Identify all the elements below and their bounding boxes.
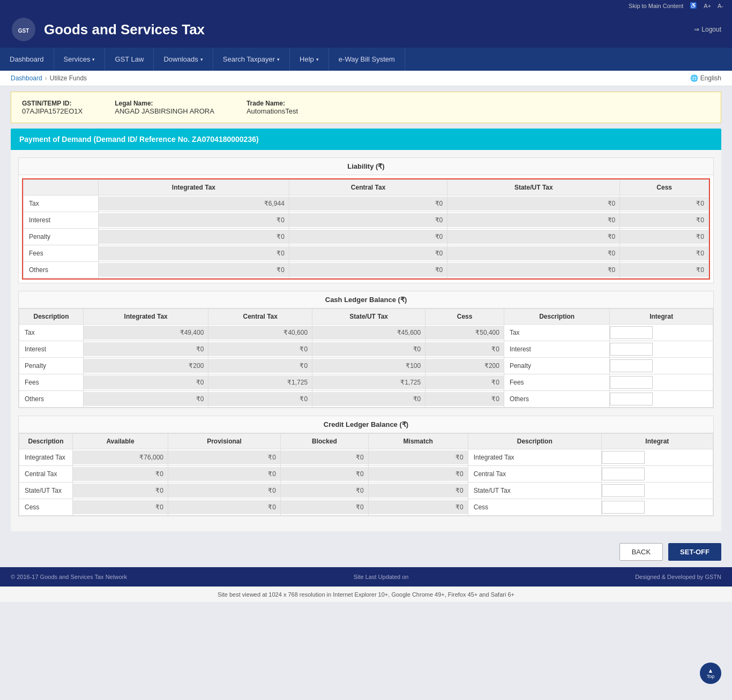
amount-input[interactable] (602, 451, 645, 464)
table-cell: ₹0 (425, 374, 504, 391)
table-cell: ₹0 (368, 483, 468, 499)
th-right-integrat: Integrat (601, 434, 713, 449)
amount-input[interactable] (610, 393, 653, 405)
table-cell: ₹0 (84, 391, 208, 408)
table-cell: ₹0 (99, 229, 289, 245)
row-description: Fees (19, 374, 84, 391)
table-cell: ₹0 (620, 229, 709, 245)
th-central-tax: Central Tax (289, 180, 447, 195)
breadcrumb-dashboard[interactable]: Dashboard (11, 74, 42, 82)
trade-name-group: Trade Name: AutomationsTest (247, 100, 298, 115)
credit-ledger-title: Credit Ledger Balance (₹) (19, 416, 713, 433)
logout-btn[interactable]: ⇒ Logout (694, 26, 721, 33)
table-cell: ₹200 (425, 358, 504, 374)
th-desc: Description (19, 434, 73, 449)
table-cell: ₹0 (289, 212, 447, 229)
nav-help[interactable]: Help ▾ (290, 48, 329, 71)
amount-input[interactable] (610, 343, 653, 356)
font-decrease-btn[interactable]: A- (718, 3, 723, 9)
nav-services[interactable]: Services ▾ (54, 48, 106, 71)
table-cell: ₹0 (289, 229, 447, 245)
logout-icon: ⇒ (694, 26, 699, 33)
globe-icon: 🌐 (690, 74, 698, 82)
th-state: State/UT Tax (312, 309, 425, 325)
table-cell-input[interactable] (610, 341, 713, 358)
font-increase-btn[interactable]: A+ (704, 3, 711, 9)
nav-downloads[interactable]: Downloads ▾ (154, 48, 213, 71)
chevron-down-icon: ▾ (277, 57, 280, 62)
table-cell: ₹50,400 (425, 325, 504, 341)
table-cell-input[interactable] (601, 483, 713, 499)
chevron-down-icon: ▾ (92, 57, 95, 62)
chevron-down-icon: ▾ (200, 57, 203, 62)
credit-ledger-table: Description Available Provisional Blocke… (19, 433, 713, 516)
amount-input[interactable] (610, 359, 653, 372)
nav-gst-law[interactable]: GST Law (105, 48, 154, 71)
table-cell: ₹0 (312, 391, 425, 408)
amount-input[interactable] (602, 468, 645, 480)
row-description: Penalty (19, 358, 84, 374)
table-row: Interest₹0₹0₹0₹0Interest (19, 341, 713, 358)
back-button[interactable]: BACK (619, 543, 663, 561)
skip-main-content[interactable]: Skip to Main Content (629, 3, 683, 9)
table-cell-input[interactable] (610, 374, 713, 391)
table-row: Central Tax₹0₹0₹0₹0Central Tax (19, 466, 713, 483)
right-description: Central Tax (468, 466, 601, 483)
amount-input[interactable] (610, 326, 653, 339)
table-cell: ₹1,725 (312, 374, 425, 391)
table-cell-input[interactable] (610, 358, 713, 374)
right-description: Fees (504, 374, 609, 391)
main-nav: Dashboard Services ▾ GST Law Downloads ▾… (0, 48, 732, 71)
chevron-down-icon: ▾ (316, 57, 319, 62)
row-description: Interest (19, 341, 84, 358)
table-cell: ₹0 (281, 483, 369, 499)
th-right-desc: Description (504, 309, 609, 325)
breadcrumb-bar: Dashboard › Utilize Funds 🌐 English (0, 71, 732, 86)
table-cell: ₹0 (447, 229, 620, 245)
th-cess: Cess (425, 309, 504, 325)
table-cell-input[interactable] (601, 466, 713, 483)
table-cell: ₹0 (208, 391, 312, 408)
table-cell: ₹0 (99, 212, 289, 229)
table-cell-input[interactable] (610, 325, 713, 341)
table-cell-input[interactable] (610, 391, 713, 408)
amount-input[interactable] (602, 484, 645, 497)
amount-input[interactable] (602, 501, 645, 514)
liability-section: Liability (₹) Integrated Tax Central Tax… (18, 157, 714, 283)
gstin-label: GSTIN/TEMP ID: (22, 100, 83, 107)
cash-ledger-scroll[interactable]: Description Integrated Tax Central Tax S… (19, 308, 713, 408)
table-cell: ₹0 (620, 195, 709, 212)
table-cell-input[interactable] (601, 499, 713, 516)
table-row: Others₹0₹0₹0₹0 (24, 262, 709, 279)
table-cell: ₹0 (368, 499, 468, 516)
row-description: Penalty (24, 229, 99, 245)
nav-eway-bill[interactable]: e-Way Bill System (329, 48, 405, 71)
right-description: Integrated Tax (468, 449, 601, 466)
table-cell: ₹0 (281, 449, 369, 466)
table-cell: ₹0 (168, 483, 281, 499)
trade-name-label: Trade Name: (247, 100, 298, 107)
copyright: © 2016-17 Goods and Services Tax Network (11, 574, 127, 580)
legal-name-group: Legal Name: ANGAD JASBIRSINGH ARORA (115, 100, 214, 115)
cash-ledger-section: Cash Ledger Balance (₹) Description Inte… (18, 291, 714, 408)
table-cell-input[interactable] (601, 449, 713, 466)
th-description (24, 180, 99, 195)
accessibility-icon: ♿ (690, 2, 697, 9)
table-cell: ₹0 (281, 499, 369, 516)
table-row: Tax₹49,400₹40,600₹45,600₹50,400Tax (19, 325, 713, 341)
table-cell: ₹40,600 (208, 325, 312, 341)
table-cell: ₹100 (312, 358, 425, 374)
right-description: State/UT Tax (468, 483, 601, 499)
setoff-button[interactable]: SET-OFF (668, 543, 721, 561)
gstin-group: GSTIN/TEMP ID: 07AJIPA1572EO1X (22, 100, 83, 115)
table-cell: ₹0 (312, 341, 425, 358)
right-description: Interest (504, 341, 609, 358)
nav-search-taxpayer[interactable]: Search Taxpayer ▾ (213, 48, 290, 71)
credit-ledger-scroll[interactable]: Description Available Provisional Blocke… (19, 433, 713, 516)
table-row: Fees₹0₹1,725₹1,725₹0Fees (19, 374, 713, 391)
amount-input[interactable] (610, 376, 653, 389)
row-description: Interest (24, 212, 99, 229)
nav-dashboard[interactable]: Dashboard (0, 48, 54, 71)
th-cess: Cess (620, 180, 709, 195)
language-selector[interactable]: 🌐 English (690, 74, 721, 82)
